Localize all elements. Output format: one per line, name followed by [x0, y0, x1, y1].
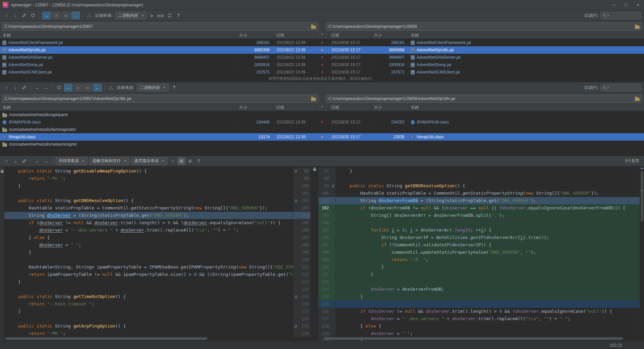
- browse-folder-icon[interactable]: [311, 24, 316, 29]
- code-text[interactable]: if (dnsServerFromDB != null && (dnsServe…: [336, 204, 640, 212]
- gutter[interactable]: 120: [293, 330, 310, 337]
- edit-button[interactable]: [20, 157, 28, 165]
- edit-button[interactable]: [20, 84, 28, 91]
- gutter[interactable]: 103: [318, 212, 336, 219]
- code-text[interactable]: }: [4, 182, 293, 190]
- refresh-button[interactable]: [55, 84, 63, 91]
- column-header[interactable]: 名称: [0, 32, 236, 39]
- file-row[interactable]: AdventNetOpUtils.jar38903562022/8/22 13:…: [0, 46, 644, 54]
- back-button[interactable]: ←: [33, 84, 41, 91]
- left-directory-path-field[interactable]: C:\Users\qweasdzxc\Desktop\opmanager\125…: [2, 22, 318, 31]
- show-new-files-left-toggle[interactable]: ←: [71, 12, 80, 19]
- code-text[interactable]: Hashtable staticPropTable = CommonUtil.g…: [336, 190, 640, 197]
- file-row[interactable]: AdventNetSUMClient.jar1575712022/8/22 13…: [0, 68, 644, 76]
- refresh-button[interactable]: [29, 12, 37, 19]
- gutter[interactable]: 108: [318, 249, 336, 256]
- directory-row[interactable]: /com/adventnet/netutils/fw/nmap/utils/: [0, 126, 644, 133]
- previous-difference-button[interactable]: ↑: [3, 84, 11, 91]
- show-difference-toggle[interactable]: ≠: [52, 12, 60, 19]
- code-text[interactable]: return "-Pn ";: [4, 175, 293, 182]
- gutter[interactable]: 117: [318, 315, 336, 322]
- column-header[interactable]: 大小: [371, 32, 408, 39]
- synchronized-scrolling-button[interactable]: [177, 157, 185, 165]
- help-button[interactable]: ?: [170, 84, 178, 91]
- file-row[interactable]: CNmapUtil.class131742022/8/22 13:39≠2022…: [0, 133, 644, 141]
- left-archive-path-field[interactable]: C:\Users\qweasdzxc\Desktop\opmanager\125…: [2, 95, 318, 103]
- gutter[interactable]: 112: [318, 278, 336, 286]
- synchronize-icon[interactable]: [166, 12, 174, 19]
- forward-button[interactable]: →: [42, 157, 50, 165]
- minimize-button[interactable]: ─: [608, 0, 620, 10]
- code-text[interactable]: String[] dnsServerArr = dnsServerFromDB.…: [336, 212, 640, 219]
- gutter[interactable]: 113: [293, 278, 310, 286]
- gutter[interactable]: 102: [318, 204, 336, 212]
- gutter[interactable]: 110: [293, 256, 310, 263]
- code-text[interactable]: if (!CommonUtil.validateIP(dnsServerIP))…: [336, 241, 640, 249]
- code-text[interactable]: } else {: [336, 322, 640, 330]
- gutter[interactable]: 114: [318, 293, 336, 300]
- show-equal-toggle[interactable]: =: [83, 84, 92, 91]
- gutter[interactable]: 107: [318, 241, 336, 249]
- lock-icon[interactable]: [1, 170, 4, 173]
- apply-all-button[interactable]: ▶▶: [157, 12, 165, 19]
- code-text[interactable]: }: [336, 271, 640, 278]
- code-text[interactable]: [336, 278, 640, 286]
- gutter[interactable]: 116: [318, 308, 336, 315]
- show-new-files-right-toggle[interactable]: →: [64, 84, 72, 91]
- code-text[interactable]: public static String getTimeOutOption() …: [4, 293, 293, 300]
- code-text[interactable]: }: [336, 293, 640, 300]
- viewer-mode-dropdown[interactable]: 并排查看器 ▼: [56, 157, 87, 165]
- gutter[interactable]: 113: [318, 286, 336, 293]
- gutter[interactable]: 118: [293, 315, 310, 322]
- code-text[interactable]: [4, 286, 293, 293]
- code-text[interactable]: dnsServer = " ";: [4, 241, 293, 249]
- code-text[interactable]: CommonUtil.updateStaticPropertyValue("DN…: [336, 249, 640, 256]
- right-archive-path-field[interactable]: C:\Users\qweasdzxc\Desktop\opmanager\125…: [326, 95, 642, 103]
- gutter[interactable]: 119: [318, 330, 336, 337]
- gutter[interactable]: 104: [318, 219, 336, 227]
- collapse-unchanged-button[interactable]: ÷: [169, 157, 177, 165]
- column-header[interactable]: 名称: [0, 104, 236, 111]
- file-row[interactable]: CIPAMAPIUtil.class2344452022/8/22 13:39≠…: [0, 118, 644, 126]
- code-text[interactable]: }: [4, 308, 293, 315]
- code-text[interactable]: }: [4, 278, 293, 286]
- highlight-mode-dropdown[interactable]: 高亮显示单词 ▼: [131, 157, 167, 165]
- code-text[interactable]: dnsServer = "--dns-servers " + dnsServer…: [336, 315, 640, 322]
- code-text[interactable]: return "-R ";: [336, 256, 640, 263]
- gutter[interactable]: 105: [293, 219, 310, 227]
- column-header[interactable]: 日期: [273, 32, 316, 39]
- scrollbar-thumb[interactable]: [5, 337, 207, 340]
- back-button[interactable]: ←: [33, 157, 41, 165]
- right-directory-path-field[interactable]: C:\Users\qweasdzxc\Desktop\opmanager\125…: [326, 22, 642, 31]
- vertical-scrollbar[interactable]: [640, 166, 644, 341]
- gutter[interactable]: 97: [318, 167, 336, 175]
- gutter[interactable]: 111: [293, 263, 310, 271]
- help-button[interactable]: ?: [174, 12, 182, 19]
- browse-folder-icon[interactable]: [311, 97, 316, 101]
- column-header[interactable]: 名称: [408, 32, 644, 39]
- code-text[interactable]: public static String getArpPingOption() …: [4, 322, 293, 330]
- column-header[interactable]: 日期: [328, 104, 371, 111]
- gutter[interactable]: 104: [293, 212, 310, 219]
- code-text[interactable]: }: [336, 263, 640, 271]
- gutter[interactable]: @98: [293, 167, 310, 175]
- gutter[interactable]: 114: [293, 286, 310, 293]
- diff-splitter[interactable]: [310, 166, 318, 341]
- column-header[interactable]: *: [316, 32, 328, 39]
- show-new-files-left-toggle[interactable]: ←: [93, 84, 102, 91]
- gutter[interactable]: 99: [293, 175, 310, 182]
- code-text[interactable]: for(int i = 0; i < dnsServerArr.length; …: [336, 227, 640, 234]
- show-difference-toggle[interactable]: ≠: [74, 84, 82, 91]
- settings-gear-icon[interactable]: [186, 157, 194, 165]
- gutter[interactable]: 111: [318, 271, 336, 278]
- code-text[interactable]: dnsServer = dnsServerFromDB;: [336, 286, 640, 293]
- code-text[interactable]: String dnsServerFromDB = (String)staticP…: [336, 197, 640, 204]
- gutter[interactable]: 117: [293, 308, 310, 315]
- help-button[interactable]: ?: [195, 157, 203, 165]
- left-horizontal-scrollbar[interactable]: [5, 337, 286, 340]
- code-text[interactable]: public static String getDNSResolveOption…: [4, 197, 293, 204]
- forward-button[interactable]: →: [42, 84, 50, 91]
- code-text[interactable]: return "-PR ";: [4, 330, 293, 337]
- code-text[interactable]: return ipamPropertyTable != null && ipam…: [4, 271, 293, 278]
- code-text[interactable]: [336, 219, 640, 227]
